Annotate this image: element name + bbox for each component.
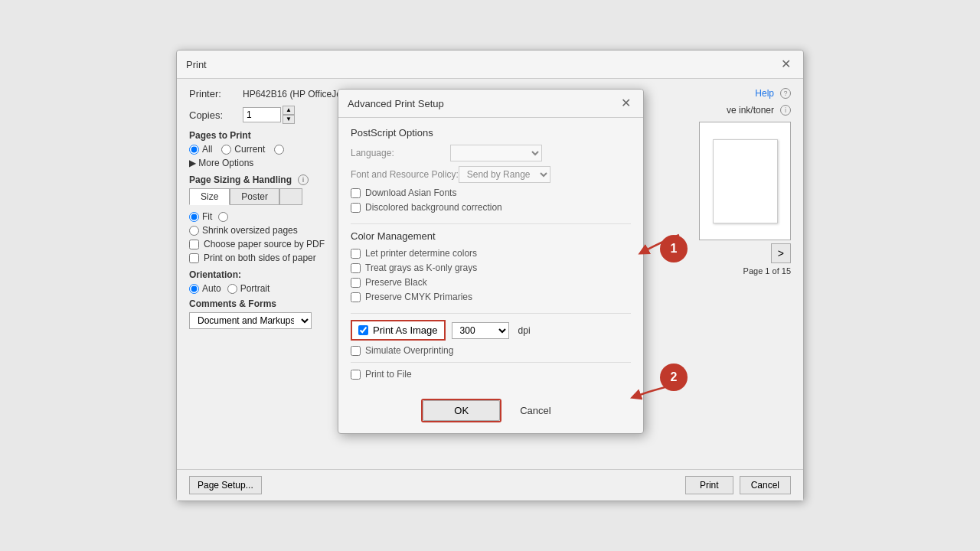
next-page-button[interactable]: > [771,243,791,263]
discolored-bg-label: Discolored background correction [365,202,502,213]
custom-pages-option[interactable] [274,145,284,155]
download-asian-fonts-label: Download Asian Fonts [365,187,456,198]
shrink-option[interactable] [218,212,228,222]
help-link[interactable]: Help ? [755,88,791,99]
print-as-image-label: Print As Image [373,324,438,336]
advanced-dialog-title: Advanced Print Setup [348,98,444,109]
advanced-dialog-footer: OK Cancel [338,393,643,433]
let-printer-determine-label: Let printer determine colors [365,248,477,259]
font-policy-label: Font and Resource Policy: [351,169,459,180]
color-management-title: Color Management [351,230,631,242]
postscript-section: PostScript Options Language: Font and Re… [351,127,631,213]
tab-size[interactable]: Size [189,188,230,205]
postscript-title: PostScript Options [351,127,631,139]
help-link-text: Help [755,88,774,99]
cancel-button[interactable]: Cancel [511,401,560,420]
footer-buttons: Print Cancel [685,476,791,494]
duplex-checkbox[interactable] [189,253,199,263]
print-dialog-title: Print [186,59,207,70]
portrait-radio[interactable] [227,284,237,294]
help-icon[interactable]: ? [780,88,791,99]
ink-saver-row: ve ink/toner i [727,105,791,116]
paper-source-checkbox[interactable] [189,240,199,249]
advanced-dialog-close-button[interactable]: ✕ [618,96,634,111]
ok-button[interactable]: OK [423,400,500,421]
copies-input[interactable] [243,107,281,122]
preserve-cmyk-label: Preserve CMYK Primaries [365,292,472,302]
copies-decrement[interactable]: ▼ [283,115,295,124]
ink-saver-info-icon[interactable]: i [780,105,791,116]
print-as-image-box: Print As Image [351,320,446,341]
copies-spinner: ▲ ▼ [283,106,295,124]
fit-radio[interactable] [189,212,199,222]
print-preview [699,122,791,240]
copies-increment[interactable]: ▲ [283,106,295,115]
print-as-image-checkbox[interactable] [358,325,368,335]
divider-2 [351,313,631,314]
page-info: Page 1 of 15 [743,266,791,276]
print-to-file-checkbox[interactable] [351,370,361,380]
current-page-option[interactable]: Current [221,144,265,155]
all-pages-radio[interactable] [189,145,199,155]
download-asian-fonts-checkbox[interactable] [351,188,361,198]
language-row: Language: [351,145,631,161]
print-as-image-row: Print As Image 300 72 150 600 dpi [351,320,631,341]
printer-label: Printer: [189,88,243,99]
arrow-2 [629,370,683,412]
auto-orientation-radio[interactable] [189,284,199,294]
simulate-overprinting-checkbox[interactable] [351,346,361,356]
simulate-overprinting-row: Simulate Overprinting [351,345,631,356]
arrow-1 [637,220,683,266]
dpi-select[interactable]: 300 72 150 600 [452,322,509,339]
fit-option[interactable]: Fit [189,211,212,222]
language-select[interactable] [450,145,542,161]
discolored-bg-checkbox[interactable] [351,203,361,213]
cancel-main-button[interactable]: Cancel [740,476,791,494]
advanced-dialog-body: PostScript Options Language: Font and Re… [338,118,643,393]
simulate-overprinting-label: Simulate Overprinting [365,345,453,356]
auto-orientation[interactable]: Auto [189,283,221,294]
ok-button-wrapper: OK [421,399,501,422]
preserve-black-label: Preserve Black [365,277,427,288]
color-management-section: Color Management Let printer determine c… [351,230,631,302]
let-printer-determine-row: Let printer determine colors [351,248,631,259]
preserve-cmyk-row: Preserve CMYK Primaries [351,292,631,302]
font-policy-select[interactable]: Send by Range [459,166,550,183]
page-setup-button[interactable]: Page Setup... [189,476,262,494]
current-page-radio[interactable] [221,145,231,155]
preserve-black-row: Preserve Black [351,277,631,288]
advanced-dialog-titlebar: Advanced Print Setup ✕ [338,90,643,118]
all-pages-option[interactable]: All [189,144,212,155]
download-asian-fonts-row: Download Asian Fonts [351,187,631,198]
let-printer-determine-checkbox[interactable] [351,249,361,259]
divider-3 [351,362,631,363]
shrink-oversized-label[interactable]: Shrink oversized pages [189,225,298,236]
comments-forms-select[interactable]: Document and Markups [189,312,312,329]
divider-1 [351,223,631,224]
print-to-file-row: Print to File [351,369,631,380]
treat-grays-checkbox[interactable] [351,263,361,273]
discolored-bg-row: Discolored background correction [351,202,631,213]
print-right-panel: Help ? ve ink/toner i > Page 1 of 15 [668,88,791,329]
portrait-orientation[interactable]: Portrait [227,283,270,294]
preserve-black-checkbox[interactable] [351,278,361,288]
print-to-file-label: Print to File [365,369,412,380]
print-button[interactable]: Print [685,476,733,494]
tab-multiple[interactable] [279,188,302,205]
custom-pages-radio[interactable] [274,145,284,155]
font-policy-row: Font and Resource Policy: Send by Range [351,166,631,183]
advanced-print-setup-dialog: Advanced Print Setup ✕ PostScript Option… [338,89,644,434]
duplex-label: Print on both sides of paper [204,253,316,263]
copies-label: Copies: [189,109,243,121]
preserve-cmyk-checkbox[interactable] [351,292,361,302]
treat-grays-label: Treat grays as K-only grays [365,262,477,273]
shrink-oversized-radio[interactable] [189,226,199,236]
shrink-radio[interactable] [218,212,228,222]
language-label: Language: [351,148,450,158]
dpi-unit-label: dpi [518,325,531,336]
paper-source-label: Choose paper source by PDF [204,239,325,249]
tab-poster[interactable]: Poster [230,188,279,205]
print-dialog-close-button[interactable]: ✕ [778,57,794,72]
print-dialog: Print ✕ Printer: HP642B16 (HP OfficeJet … [176,50,804,501]
page-sizing-info-icon[interactable]: i [298,174,309,185]
